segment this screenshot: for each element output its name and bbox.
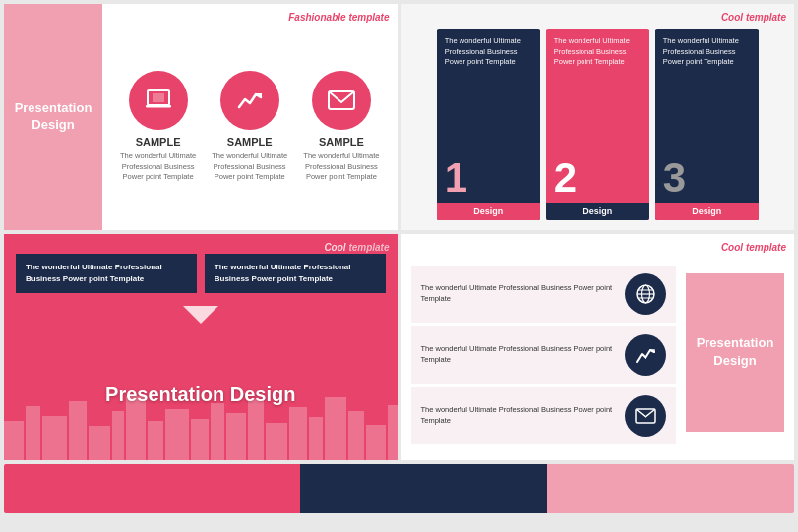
slide1-item-1: SAMPLE The wonderful Ultimate Profession… [114,71,203,183]
slide4-list-item-3: The wonderful Ultimate Professional Busi… [411,387,677,444]
slide2-tag-styled: Cool [721,12,743,23]
svg-rect-15 [226,413,246,460]
slide2-card3-text: The wonderful Ultimate Professional Busi… [663,36,751,68]
slide1-icon-chart [220,71,279,130]
slide1-label-3: SAMPLE [319,136,364,148]
svg-rect-18 [289,407,307,460]
svg-rect-14 [211,403,224,460]
svg-rect-22 [366,425,386,460]
slide2-tag: Cool template [721,12,786,23]
slide3-tag: Cool template [324,242,389,253]
svg-rect-20 [325,397,346,460]
slide1-tag: Fashionable template [288,12,389,23]
slide2-card-1: The wonderful Ultimate Professional Busi… [437,29,540,220]
slide4-icon-chart [625,334,666,376]
slide1-label-2: SAMPLE [227,136,273,148]
slide2-card1-footer: Design [437,203,540,220]
svg-rect-8 [89,426,110,460]
svg-rect-1 [153,93,164,102]
slide2-card-3: The wonderful Ultimate Professional Busi… [655,29,759,220]
slide4-right-title: Presentation Design [696,334,774,370]
slide3-city-bg: Presentation Design [4,328,398,460]
svg-rect-11 [148,421,163,460]
slide2-tag-normal: template [746,12,786,23]
slide1-desc-1: The wonderful Ultimate Professional Busi… [114,151,203,183]
bottom-bar-seg1 [4,464,300,513]
slide2-card2-footer: Design [546,203,649,220]
slide1-desc-2: The wonderful Ultimate Professional Busi… [206,151,294,183]
slide4-icon-globe [625,273,666,315]
svg-rect-10 [126,396,146,460]
slide3-arrow [4,301,398,328]
slide2-card3-footer: Design [655,203,759,220]
svg-rect-12 [165,409,189,460]
svg-rect-4 [4,421,24,460]
slide2-card2-top: The wonderful Ultimate Professional Busi… [546,29,649,157]
slide4-tag-normal: template [746,242,786,253]
slide1-content: SAMPLE The wonderful Ultimate Profession… [102,41,398,193]
slide3-text-box-2: The wonderful Ultimate Professional Busi… [205,254,386,293]
slide4-tag-styled: Cool [721,242,743,253]
slide4-list-item-1: The wonderful Ultimate Professional Busi… [411,266,677,323]
svg-rect-13 [191,419,209,460]
slide1-item-2: SAMPLE The wonderful Ultimate Profession… [206,71,294,183]
slide2-card1-top: The wonderful Ultimate Professional Busi… [437,29,540,157]
slide4-list-item-2: The wonderful Ultimate Professional Busi… [411,326,677,384]
svg-rect-9 [112,411,124,460]
slide4-right-panel: Presentation Design [686,273,784,432]
slide2-card2-number: 2 [546,157,649,203]
slide3-big-title: Presentation Design [105,384,295,406]
svg-rect-19 [309,417,323,460]
slide3-tag-normal: template [348,242,389,253]
slide4-list-panel: The wonderful Ultimate Professional Busi… [401,234,687,460]
svg-rect-21 [348,411,364,460]
slide1-title: Presentation Design [14,100,92,134]
svg-rect-7 [69,401,87,460]
slide3-text-box-1: The wonderful Ultimate Professional Busi… [16,254,197,293]
slide2-cards: The wonderful Ultimate Professional Busi… [401,4,795,230]
slide2-card1-number: 1 [437,157,540,203]
slide1-left-panel: Presentation Design [4,4,102,230]
svg-rect-5 [26,406,40,460]
slide1-desc-3: The wonderful Ultimate Professional Busi… [297,151,386,183]
slide4-icon-mail [625,395,666,437]
slide2-card1-text: The wonderful Ultimate Professional Busi… [445,36,532,68]
slide4-item2-text: The wonderful Ultimate Professional Busi… [421,344,618,365]
slide2-card3-number: 3 [655,157,759,203]
slide1-tag-styled: Fashionable [288,12,345,23]
svg-rect-2 [146,105,171,108]
slide4-item1-text: The wonderful Ultimate Professional Busi… [421,283,618,304]
bottom-color-bar [4,464,794,513]
bottom-bar-seg3 [547,464,794,513]
slide1-tag-normal: template [348,12,389,23]
svg-rect-23 [388,405,398,460]
svg-rect-16 [248,399,264,460]
slide-cool-cards: Cool template The wonderful Ultimate Pro… [401,4,795,230]
slide4-item3-text: The wonderful Ultimate Professional Busi… [421,405,618,426]
main-grid: Fashionable template Presentation Design… [0,0,798,532]
slide-cool-city: Cool template The wonderful Ultimate Pro… [4,234,398,460]
slide2-card2-text: The wonderful Ultimate Professional Busi… [554,36,642,68]
slide3-tag-styled: Cool [324,242,345,253]
svg-rect-6 [42,416,67,460]
slide1-icon-mail [312,71,371,130]
slide4-tag: Cool template [721,242,786,253]
slide-fashionable: Fashionable template Presentation Design… [4,4,398,230]
svg-rect-17 [266,423,287,460]
slide1-icon-laptop [129,71,188,130]
slide2-card-2: The wonderful Ultimate Professional Busi… [546,29,649,220]
bottom-bar-seg2 [300,464,547,513]
slide1-item-3: SAMPLE The wonderful Ultimate Profession… [297,71,386,183]
slide2-card3-top: The wonderful Ultimate Professional Busi… [655,29,759,157]
slide1-label-1: SAMPLE [136,136,181,148]
slide-cool-list: Cool template The wonderful Ultimate Pro… [401,234,795,460]
